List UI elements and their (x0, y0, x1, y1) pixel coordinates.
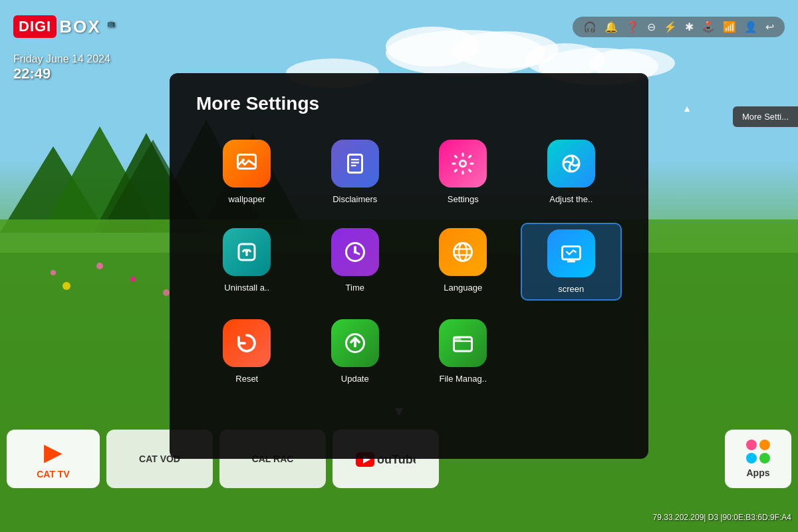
screen-label: screen (558, 284, 584, 294)
time-icon (331, 228, 379, 276)
date-display: Friday June 14 2024 (13, 53, 110, 65)
setting-settings[interactable]: Settings (412, 134, 514, 209)
reset-icon (223, 319, 271, 367)
disclaimers-label: Disclaimers (332, 194, 377, 204)
svg-point-35 (459, 243, 467, 261)
help-icon: ❓ (626, 21, 639, 33)
setting-reset[interactable]: Reset (196, 314, 298, 389)
settings-icon (439, 140, 487, 188)
dot-orange (759, 440, 770, 450)
more-settings-modal: More Settings wallpaper (170, 73, 648, 459)
user-icon: 👤 (744, 21, 757, 33)
settings-grid: wallpaper Disclaimers Settings (196, 134, 622, 389)
svg-point-33 (354, 251, 357, 254)
apps-button[interactable]: Apps (725, 430, 791, 488)
svg-point-15 (96, 263, 103, 269)
dot-blue (746, 453, 757, 464)
setting-update[interactable]: Update (305, 314, 406, 389)
setting-wallpaper[interactable]: wallpaper (196, 134, 298, 209)
logo-digi: DIGI (13, 15, 57, 38)
cat-tv-label: CAT TV (37, 469, 70, 479)
uninstall-label: Uninstall a.. (224, 283, 269, 293)
datetime-area: Friday June 14 2024 22:49 (13, 53, 110, 82)
minus-icon: ⊖ (647, 21, 656, 33)
more-settings-tab[interactable]: More Setti... (733, 106, 798, 127)
update-icon (331, 319, 379, 367)
status-bar: 🎧 🔔 ❓ ⊖ ⚡ ✱ 🕹️ 📶 👤 ↩ (573, 17, 785, 37)
svg-point-34 (454, 243, 472, 261)
gamepad-icon: 🕹️ (702, 21, 715, 33)
adjust-label: Adjust the.. (549, 194, 593, 204)
settings-label: Settings (448, 194, 479, 204)
svg-point-17 (63, 282, 70, 290)
wallpaper-icon (223, 140, 271, 188)
svg-point-19 (163, 289, 170, 296)
scroll-up-arrow[interactable]: ▲ (682, 103, 692, 114)
setting-uninstall[interactable]: Uninstall a.. (196, 223, 298, 301)
setting-disclaimers[interactable]: Disclaimers (305, 134, 406, 209)
headset-icon: 🎧 (583, 21, 597, 33)
setting-adjust[interactable]: Adjust the.. (521, 134, 622, 209)
setting-time[interactable]: Time (305, 223, 406, 301)
back-icon: ↩ (765, 21, 774, 33)
modal-title: More Settings (196, 93, 622, 114)
dot-pink (746, 440, 757, 450)
power-icon: ⚡ (664, 21, 677, 33)
ip-info: 79.33.202.209| D3 |90:0E:B3:6D:9F:A4 (653, 513, 791, 522)
svg-rect-22 (348, 155, 362, 173)
cat-tv-app[interactable]: ▶ CAT TV (7, 430, 100, 488)
setting-language[interactable]: Language (412, 223, 514, 301)
time-display: 22:49 (13, 65, 110, 82)
apps-label: Apps (747, 467, 770, 478)
filemanager-icon (439, 319, 487, 367)
time-label: Time (346, 283, 364, 293)
notification-icon: 🔔 (604, 21, 618, 33)
setting-filemanager[interactable]: File Manag.. (412, 314, 514, 389)
svg-point-16 (130, 277, 136, 282)
reset-label: Reset (235, 374, 258, 384)
disclaimers-icon (331, 140, 379, 188)
update-label: Update (341, 374, 369, 384)
filemanager-label: File Manag.. (439, 374, 487, 384)
top-bar: DIGI BOX 📺 🎧 🔔 ❓ ⊖ ⚡ ✱ 🕹️ 📶 👤 ↩ (0, 7, 798, 47)
bluetooth-icon: ✱ (685, 21, 694, 33)
logo-area: DIGI BOX 📺 (13, 15, 116, 38)
setting-screen[interactable]: screen (521, 223, 622, 301)
wifi-icon: 📶 (723, 21, 736, 33)
wallpaper-label: wallpaper (228, 194, 265, 204)
screen-icon (547, 229, 595, 277)
apps-dots-grid (746, 440, 770, 464)
svg-point-26 (460, 161, 466, 167)
svg-point-18 (51, 270, 56, 275)
logo-tv-icon: 📺 (107, 20, 116, 27)
language-icon (439, 228, 487, 276)
cat-tv-logo-icon: ▶ (44, 438, 63, 466)
logo-box: BOX 📺 (59, 17, 116, 37)
uninstall-icon (223, 228, 271, 276)
language-label: Language (444, 283, 482, 293)
dot-green (759, 453, 770, 464)
adjust-icon (547, 140, 595, 188)
